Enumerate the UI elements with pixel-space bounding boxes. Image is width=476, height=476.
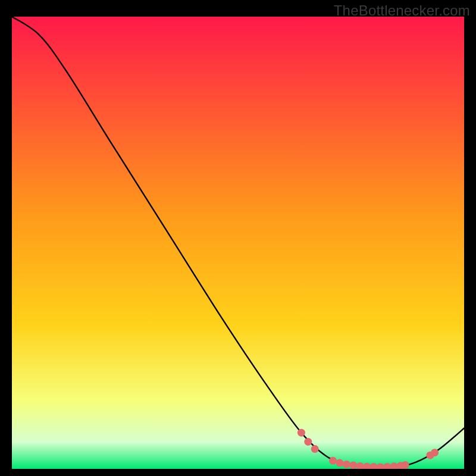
chart-dot bbox=[329, 457, 337, 465]
chart-dot bbox=[298, 429, 305, 437]
chart-dot bbox=[349, 461, 357, 469]
gradient-background bbox=[12, 17, 464, 469]
chart-dot bbox=[311, 445, 319, 453]
chart-svg bbox=[12, 17, 464, 469]
chart-dot bbox=[402, 461, 409, 469]
chart-plot-area bbox=[12, 17, 464, 469]
chart-dot bbox=[336, 459, 344, 467]
chart-frame: TheBottlenecker.com bbox=[0, 0, 476, 476]
chart-dot bbox=[304, 438, 312, 446]
chart-dot bbox=[431, 449, 439, 456]
watermark-text: TheBottlenecker.com bbox=[334, 2, 470, 19]
chart-dot bbox=[343, 461, 350, 468]
